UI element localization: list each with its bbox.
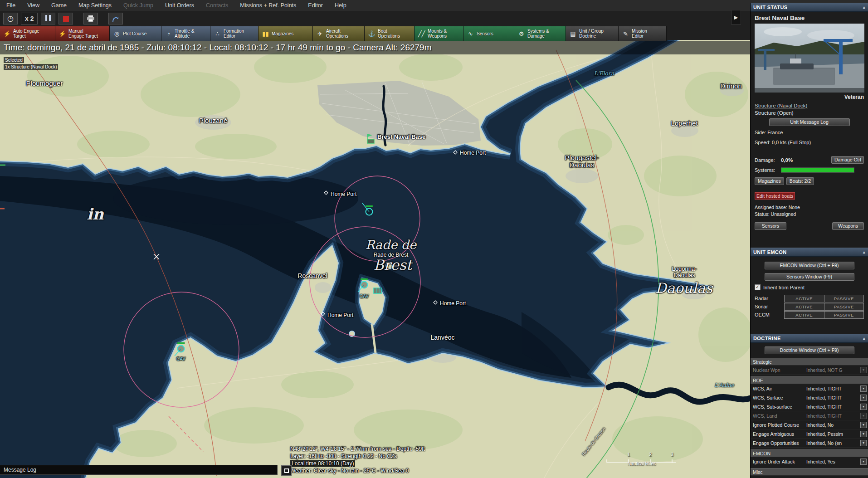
aircraft-operations-button[interactable]: ✈ AircraftOperations [313,26,365,41]
collapse-chevron-icon[interactable]: ▴ [863,5,865,10]
gear-icon: ⚙ [517,30,526,37]
doctrine-row-engage-ambiguous: Engage Ambiguous Inherited, Pessim ▾ [751,429,868,439]
menu-help[interactable]: Help [335,2,346,9]
edit-hosted-boats-link[interactable]: Edit hosted boats [755,192,795,200]
throttle-altitude-button[interactable]: ◔ Throttle &Altitude [161,26,210,41]
unit-emcon-body: EMCON Window (Ctrl + F9) Sensors Window … [751,257,868,334]
lightning-icon: ⚡ [3,30,11,37]
aircraft-icon: ✈ [316,30,324,37]
sonar-passive-button[interactable]: PASSIVE [824,303,864,311]
unit-type-link[interactable]: Structure (Naval Dock) [755,103,807,108]
mission-editor-button[interactable]: ✎ MissionEditor [619,26,667,41]
damage-ctrl-button[interactable]: Damage Ctrl [831,156,864,164]
unit-emcon-header[interactable]: UNIT EMCON ▴ [751,248,868,257]
doctrine-row-engage-opportunities: Engage Opportunities Inherited, No (en ▾ [751,439,868,448]
unit-photo [755,24,864,93]
unit-message-log-button[interactable]: Unit Message Log [769,118,850,126]
mounts-weapons-button[interactable]: ╱╱ Mounts &Weapons [414,26,463,41]
oecm-active-button[interactable]: ACTIVE [784,311,824,319]
plot-course-button[interactable]: ◎ Plot Course [110,26,161,41]
ammo-icon: ▮▮ [261,30,270,37]
dropdown-arrow-icon[interactable]: ▾ [860,458,867,465]
magazines-button[interactable]: ▮▮ Magazines [258,26,313,41]
sensors-button[interactable]: ∿ Sensors [463,26,514,41]
systems-damage-button[interactable]: ⚙ Systems &Damage [514,26,566,41]
dropdown-arrow-icon: ▾ [860,413,867,419]
menu-file[interactable]: File [6,2,15,9]
dropdown-arrow-icon[interactable]: ▾ [860,440,867,446]
dropdown-arrow-icon[interactable]: ▾ [860,422,867,428]
sensors-panel-button[interactable]: Sensors [755,222,786,230]
unit-subtype: Structure (Open) [755,110,864,116]
inherit-from-parent-checkbox[interactable]: ✓ [755,284,761,290]
systems-health-bar [781,167,854,173]
manual-engage-target-button[interactable]: ⚡ ManualEngage Target [55,26,110,41]
emcon-oecm-row: OECM ACTIVE PASSIVE [755,311,864,319]
dropdown-arrow-icon: ▾ [860,367,867,373]
damage-label: Damage: [755,157,781,163]
menu-game[interactable]: Game [51,2,67,9]
menu-quick-jump: Quick Jump [123,2,153,9]
doctrine-section-roe: ROE [751,376,868,384]
radar-waves-icon: ∿ [466,30,475,37]
selected-unit-label: 1x Structure (Naval Dock) [4,64,58,70]
time-compression-button[interactable]: x 2 [21,13,38,24]
layer-readout: Layer: -16ft to -80ft - Strength 0.22 - … [290,453,425,460]
emcon-window-button[interactable]: EMCON Window (Ctrl + F9) [765,262,854,269]
menu-unit-orders[interactable]: Unit Orders [165,2,194,9]
dropdown-arrow-icon[interactable]: ▾ [860,431,867,437]
pause-icon [44,15,52,23]
message-log-bar[interactable]: Message Log [0,465,278,475]
dropdown-arrow-icon[interactable]: ▾ [860,385,867,392]
doctrine-section-misc: Misc [751,468,868,476]
doctrine-window-button[interactable]: Doctrine Window (Ctrl + F9) [765,346,854,354]
pencil-icon: ✎ [621,30,630,37]
sonar-active-button[interactable]: ACTIVE [784,303,824,311]
curved-arrow-icon [112,15,120,22]
print-button[interactable] [83,13,98,24]
boats-button[interactable]: Boats: 2/2 [786,177,814,185]
menu-editor[interactable]: Editor [308,2,323,9]
damage-value: 0,0% [781,157,793,163]
unit-status-header-label: UNIT STATUS [753,5,788,10]
doctrine-row-wcs-air: WCS, Air Inherited, TIGHT ▾ [751,384,868,393]
menu-view[interactable]: View [27,2,39,9]
doctrine-row-wcs-sub-surface: WCS, Sub-surface Inherited, TIGHT ▾ [751,402,868,411]
tactical-map[interactable]: Time: domingo, 21 de abril de 1985 - Zul… [0,40,750,478]
weapons-icon: ╱╱ [417,30,426,37]
stop-icon [63,16,69,22]
sensors-window-button[interactable]: Sensors Window (F9) [765,273,854,281]
cursor-status-block: N48°20'12", W4°28'15" - 2.77nm from sea … [290,445,425,474]
radar-passive-button[interactable]: PASSIVE [824,295,864,302]
unit-speed: Speed: 0,0 kts (Full Stop) [755,140,864,145]
jump-to-button[interactable] [108,13,123,24]
collapse-chevron-icon[interactable]: ▴ [863,250,865,254]
formation-icon: ∴ [213,30,222,37]
message-log-popout-button[interactable] [281,465,292,476]
unit-status-header[interactable]: UNIT STATUS ▴ [751,3,868,12]
menu-missions-ref-points[interactable]: Missions + Ref. Points [240,2,296,9]
weapons-panel-button[interactable]: Weapons [832,222,864,230]
doctrine-header[interactable]: DOCTRINE ▴ [751,334,868,343]
collapse-chevron-icon[interactable]: ▴ [863,336,865,341]
auto-engage-target-button[interactable]: ⚡ Auto EngageTarget [0,26,55,41]
magazines-panel-button[interactable]: Magazines [755,177,784,185]
pause-button[interactable] [41,13,55,24]
oecm-passive-button[interactable]: PASSIVE [824,311,864,319]
boat-operations-button[interactable]: ⚓ BoatOperations [365,26,414,41]
dropdown-arrow-icon[interactable]: ▾ [860,404,867,410]
stop-button[interactable] [59,13,73,24]
main-toolbar: ⚡ Auto EngageTarget ⚡ ManualEngage Targe… [0,26,667,41]
weather-readout: Weather: Clear sky - No rain - 25°C - Wi… [290,467,425,474]
game-clock-button[interactable]: ◷ [3,13,18,24]
radar-active-button[interactable]: ACTIVE [784,295,824,302]
doctrine-row-nuclear-wpn: Nuclear Wpn Inherited, NOT G ▾ [751,366,868,375]
panel-expand-arrow-button[interactable]: ▶ [731,10,741,24]
naval-facility-icon[interactable] [374,288,381,293]
experience-badge: Veteran [755,94,864,100]
formation-editor-button[interactable]: ∴ FormationEditor [210,26,258,41]
doctrine-row-wcs-land: WCS, Land Inherited, TIGHT ▾ [751,411,868,420]
dropdown-arrow-icon[interactable]: ▾ [860,395,867,401]
menu-map-settings[interactable]: Map Settings [78,2,112,9]
unit-group-doctrine-button[interactable]: ▤ Unit / GroupDoctrine [566,26,619,41]
